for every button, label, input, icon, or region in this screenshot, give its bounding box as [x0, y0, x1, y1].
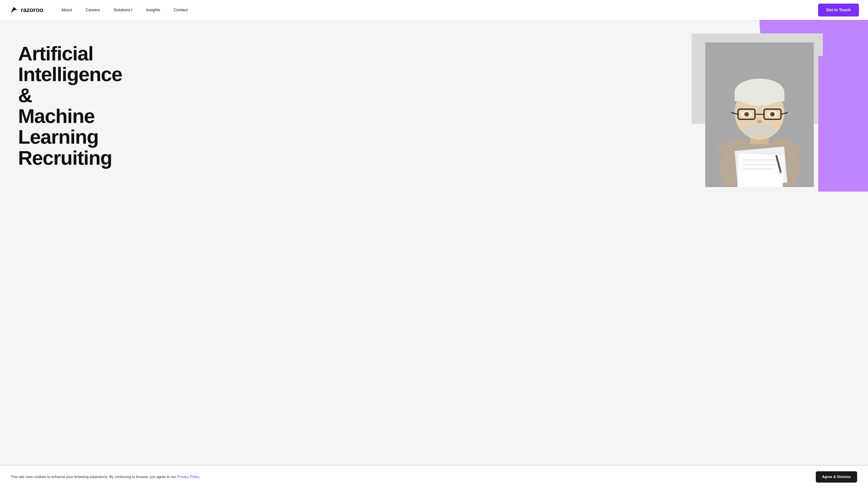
navbar: razoroo About Careers Solutions ▾ Insigh…: [0, 0, 868, 20]
logo-link[interactable]: razoroo: [9, 5, 43, 15]
hero-content: Artificial Intelligence & Machine Learni…: [0, 25, 154, 186]
navbar-right: Get in Touch: [818, 4, 859, 17]
svg-rect-6: [735, 92, 784, 101]
logo-text: razoroo: [21, 6, 43, 13]
main-nav: About Careers Solutions ▾ Insights Conta…: [61, 8, 188, 12]
svg-point-14: [744, 112, 749, 117]
nav-careers[interactable]: Careers: [86, 8, 100, 12]
hero-photo: [705, 42, 814, 187]
nav-contact[interactable]: Contact: [174, 8, 188, 12]
solutions-dropdown-arrow: ▾: [131, 8, 132, 11]
hero-title: Artificial Intelligence & Machine Learni…: [18, 43, 135, 168]
hero-section: Artificial Intelligence & Machine Learni…: [0, 20, 868, 192]
person-illustration: [705, 42, 814, 187]
purple-rect-decoration: [818, 56, 868, 192]
navbar-left: razoroo About Careers Solutions ▾ Insigh…: [9, 5, 188, 15]
nav-insights[interactable]: Insights: [146, 8, 160, 12]
svg-point-15: [770, 112, 775, 117]
svg-point-16: [757, 120, 762, 123]
razoroo-logo-icon: [9, 5, 19, 15]
get-in-touch-button[interactable]: Get in Touch: [818, 4, 859, 17]
nav-about[interactable]: About: [61, 8, 72, 12]
nav-solutions[interactable]: Solutions ▾: [114, 8, 132, 12]
svg-point-17: [744, 124, 775, 137]
